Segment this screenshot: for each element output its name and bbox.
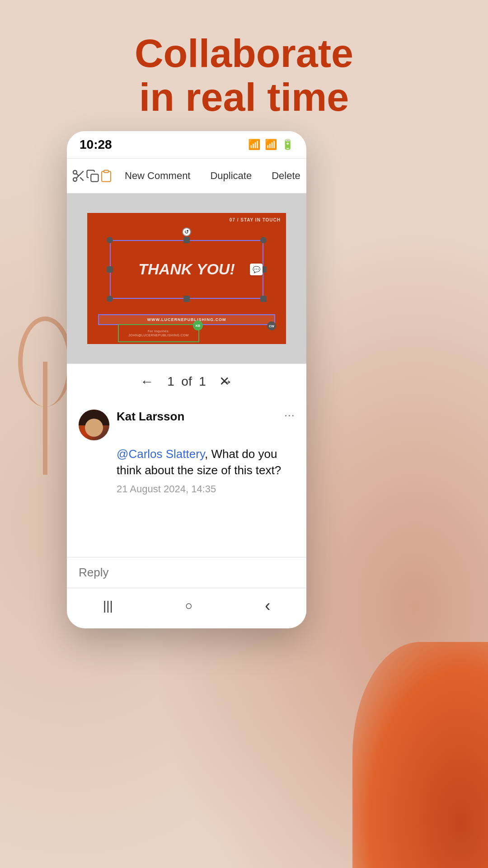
cut-button[interactable] — [71, 163, 86, 189]
handle-top-left[interactable] — [107, 237, 113, 243]
comment-text: @Carlos Slattery, What do you think abou… — [117, 447, 281, 477]
paste-button[interactable] — [99, 163, 113, 189]
handle-top-mid[interactable] — [183, 237, 190, 243]
lamp-decoration — [18, 316, 54, 497]
reply-bar[interactable] — [67, 557, 306, 588]
comment-timestamp: 21 August 2024, 14:35 — [117, 483, 295, 495]
comment-meta: Kat Larsson — [117, 410, 277, 426]
svg-point-1 — [73, 178, 77, 181]
svg-line-4 — [76, 174, 79, 176]
headline-line1: Collaborate — [0, 32, 488, 75]
pagination-current: 1 of 1 — [167, 374, 206, 389]
phone-frame: 10:28 📶 📶 🔋 — [67, 131, 306, 628]
url-text: WWW.LUCERNEPUBLISHING.COM — [147, 317, 226, 322]
kb-inquiry-text: For Inquiries: JOHN@LUCERNEPUBLISHING.CO… — [128, 329, 188, 337]
nav-menu-button[interactable]: ||| — [103, 599, 113, 613]
avatar — [79, 410, 109, 440]
duplicate-button[interactable]: Duplicate — [202, 163, 260, 189]
comment-more-button[interactable]: ··· — [284, 408, 295, 422]
slide-corner-text: 07 / STAY IN TOUCH — [230, 217, 281, 222]
handle-bottom-left[interactable] — [107, 296, 113, 302]
commenter-name: Kat Larsson — [117, 410, 277, 424]
canvas-area[interactable]: 07 / STAY IN TOUCH THANK YOU! ↺ 💬 — [67, 193, 306, 363]
cw-badge: CW — [267, 321, 276, 330]
wifi-icon: 📶 — [248, 139, 260, 151]
svg-point-0 — [73, 170, 77, 174]
handle-bottom-right[interactable] — [260, 296, 267, 302]
lamp-stem — [43, 362, 47, 475]
nav-back-button[interactable]: ‹ — [265, 596, 270, 615]
handle-bottom-mid[interactable] — [183, 296, 190, 302]
orange-decoration — [352, 642, 488, 868]
comment-body: @Carlos Slattery, What do you think abou… — [117, 446, 295, 495]
comment-section: Kat Larsson ··· @Carlos Slattery, What d… — [67, 399, 306, 557]
svg-line-3 — [80, 177, 83, 180]
comment-bubble-icon[interactable]: 💬 — [250, 264, 263, 275]
toolbar: New Comment Duplicate Delete — [67, 158, 306, 193]
prev-page-button[interactable]: ← — [140, 374, 154, 389]
rotate-handle[interactable]: ↺ — [182, 227, 191, 236]
slide[interactable]: 07 / STAY IN TOUCH THANK YOU! ↺ 💬 — [87, 213, 286, 344]
comment-mention[interactable]: @Carlos Slattery — [117, 447, 205, 461]
kb-badge: KB — [193, 321, 203, 330]
battery-icon: 🔋 — [282, 139, 294, 151]
svg-rect-5 — [91, 174, 98, 181]
new-comment-button[interactable]: New Comment — [117, 163, 198, 189]
pagination-bar: ← 1 of 1 → ✕ — [67, 363, 306, 399]
pagination-close-button[interactable]: ✕ — [219, 374, 230, 389]
kb-box: For Inquiries: JOHN@LUCERNEPUBLISHING.CO… — [118, 324, 199, 342]
url-bar: WWW.LUCERNEPUBLISHING.COM — [98, 314, 275, 325]
nav-home-button[interactable]: ○ — [185, 599, 192, 613]
svg-rect-6 — [104, 170, 108, 173]
avatar-face — [85, 419, 103, 437]
nav-bar: ||| ○ ‹ — [67, 588, 306, 623]
signal-icon: 📶 — [265, 139, 277, 151]
delete-button[interactable]: Delete — [263, 163, 306, 189]
status-icons: 📶 📶 🔋 — [248, 139, 294, 151]
headline-line2: in real time — [0, 75, 488, 119]
handle-mid-left[interactable] — [107, 266, 113, 273]
handle-top-right[interactable] — [260, 237, 267, 243]
headline: Collaborate in real time — [0, 32, 488, 119]
selection-border — [110, 240, 263, 299]
status-time: 10:28 — [80, 137, 112, 152]
status-bar: 10:28 📶 📶 🔋 — [67, 131, 306, 158]
copy-button[interactable] — [86, 163, 99, 189]
selected-element[interactable]: THANK YOU! ↺ 💬 — [110, 240, 263, 299]
comment-header: Kat Larsson ··· — [79, 410, 295, 440]
reply-input[interactable] — [79, 566, 295, 580]
